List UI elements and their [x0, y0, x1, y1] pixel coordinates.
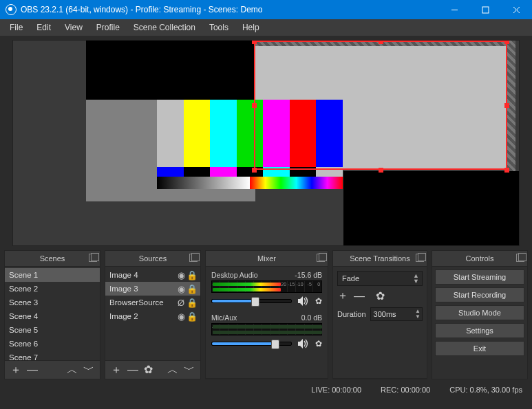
handle-tm[interactable]: [379, 40, 383, 44]
menu-bar: File Edit View Profile Scene Collection …: [0, 19, 532, 36]
add-source-icon[interactable]: ＋: [111, 364, 122, 375]
preview-container: [0, 36, 532, 250]
handle-tr[interactable]: [504, 40, 509, 44]
scene-item[interactable]: Scene 4: [5, 309, 100, 323]
add-transition-icon[interactable]: ＋: [337, 289, 348, 303]
scene-item[interactable]: Scene 6: [5, 337, 100, 351]
status-bar: LIVE: 00:00:00 REC: 00:00:00 CPU: 0.8%, …: [0, 382, 532, 397]
scene-item[interactable]: Scene 7: [5, 351, 100, 361]
menu-scene-collection[interactable]: Scene Collection: [127, 21, 202, 34]
remove-transition-icon[interactable]: —: [354, 290, 365, 302]
source-props-icon[interactable]: ✿: [144, 364, 153, 375]
gear-icon[interactable]: ✿: [315, 296, 322, 306]
sources-list[interactable]: Image 4◉🔒Image 3◉🔒BrowserSourceØ🔒Image 2…: [105, 266, 200, 361]
handle-tl[interactable]: [252, 40, 257, 44]
start-streaming-button[interactable]: Start Streaming: [435, 269, 524, 285]
speaker-icon[interactable]: [297, 296, 310, 307]
duration-spinbox[interactable]: 300ms ▲▼: [370, 307, 423, 321]
status-cpu: CPU: 0.8%, 30.00 fps: [449, 386, 522, 394]
transition-props-icon[interactable]: ✿: [376, 289, 385, 302]
menu-edit[interactable]: Edit: [30, 21, 58, 34]
preview-img-black-strip: [86, 41, 255, 100]
move-source-down-icon[interactable]: ﹀: [184, 364, 195, 375]
popout-icon[interactable]: [89, 254, 97, 262]
window-title: OBS 23.2.1 (64-bit, windows) - Profile: …: [21, 5, 439, 14]
status-live: LIVE: 00:00:00: [311, 386, 361, 394]
popout-icon[interactable]: [416, 254, 424, 262]
handle-bm[interactable]: [379, 168, 383, 173]
remove-source-icon[interactable]: —: [127, 364, 138, 375]
visibility-toggle-icon[interactable]: ◉: [175, 311, 187, 322]
move-source-up-icon[interactable]: ︿: [167, 364, 178, 375]
remove-scene-icon[interactable]: —: [27, 364, 38, 375]
handle-bl[interactable]: [252, 168, 257, 173]
start-recording-button[interactable]: Start Recording: [435, 287, 524, 302]
close-button[interactable]: [501, 0, 532, 19]
volume-slider[interactable]: [211, 299, 292, 303]
spin-arrows-icon: ▲▼: [415, 309, 421, 320]
volume-meter: -60-55-50-45-40-35-30-25-20-15-10-50: [211, 280, 322, 293]
mixer-channel: Mic/Aux0.0 dB-60-55-50-45-40-35-30-25-20…: [206, 311, 328, 353]
menu-profile[interactable]: Profile: [89, 21, 127, 34]
dock-scenes-title: Scenes: [40, 254, 65, 263]
menu-view[interactable]: View: [58, 21, 89, 34]
handle-br[interactable]: [504, 168, 509, 173]
source-item[interactable]: Image 3◉🔒: [105, 282, 200, 296]
scene-item[interactable]: Scene 2: [5, 282, 100, 296]
menu-file[interactable]: File: [3, 21, 30, 34]
preview-selection[interactable]: [254, 41, 507, 170]
studio-mode-button[interactable]: Studio Mode: [435, 305, 524, 320]
popout-icon[interactable]: [516, 254, 524, 262]
volume-slider[interactable]: [211, 342, 292, 346]
svg-rect-1: [482, 7, 489, 13]
exit-button[interactable]: Exit: [435, 341, 524, 356]
preview-canvas[interactable]: [12, 40, 520, 246]
move-scene-up-icon[interactable]: ︿: [67, 364, 78, 375]
scene-item[interactable]: Scene 3: [5, 296, 100, 309]
lock-toggle-icon[interactable]: 🔒: [187, 311, 198, 322]
popout-icon[interactable]: [189, 254, 198, 262]
speaker-icon[interactable]: [297, 338, 310, 349]
popout-icon[interactable]: [317, 254, 325, 262]
title-bar: OBS 23.2.1 (64-bit, windows) - Profile: …: [0, 0, 532, 19]
mixer-ch-name: Desktop Audio: [211, 271, 258, 279]
source-name: BrowserSource: [109, 298, 175, 307]
transition-select[interactable]: Fade ▲▼: [337, 271, 423, 286]
scene-item[interactable]: Scene 1: [5, 268, 100, 282]
move-scene-down-icon[interactable]: ﹀: [83, 364, 94, 375]
visibility-toggle-icon[interactable]: ◉: [175, 270, 187, 280]
docks-row: Scenes Scene 1Scene 2Scene 3Scene 4Scene…: [0, 250, 532, 382]
duration-label: Duration: [337, 310, 366, 318]
lock-toggle-icon[interactable]: 🔒: [187, 270, 198, 280]
handle-mr[interactable]: [504, 103, 509, 108]
mixer-ch-db: -15.6 dB: [295, 271, 322, 279]
app-logo-icon: [6, 4, 17, 15]
mixer-channel: Desktop Audio-15.6 dB-60-55-50-45-40-35-…: [206, 268, 328, 311]
gear-icon[interactable]: ✿: [315, 339, 322, 349]
mixer-body: Desktop Audio-15.6 dB-60-55-50-45-40-35-…: [206, 266, 328, 379]
mixer-ch-name: Mic/Aux: [211, 313, 237, 322]
source-item[interactable]: Image 4◉🔒: [105, 268, 200, 282]
maximize-button[interactable]: [470, 0, 501, 19]
menu-tools[interactable]: Tools: [202, 21, 235, 34]
visibility-toggle-icon[interactable]: ◉: [175, 284, 187, 294]
add-scene-icon[interactable]: ＋: [10, 364, 21, 375]
menu-help[interactable]: Help: [235, 21, 266, 34]
lock-toggle-icon[interactable]: 🔒: [187, 284, 198, 294]
lock-toggle-icon[interactable]: 🔒: [187, 298, 198, 308]
source-name: Image 2: [109, 312, 175, 320]
scene-item[interactable]: Scene 5: [5, 323, 100, 337]
dock-scenes: Scenes Scene 1Scene 2Scene 3Scene 4Scene…: [4, 250, 100, 379]
handle-ml[interactable]: [252, 103, 257, 108]
combo-arrows-icon: ▲▼: [413, 273, 419, 284]
settings-button[interactable]: Settings: [435, 323, 524, 338]
source-item[interactable]: Image 2◉🔒: [105, 309, 200, 323]
visibility-toggle-icon[interactable]: Ø: [175, 298, 187, 308]
minimize-button[interactable]: [439, 0, 470, 19]
dock-mixer-title: Mixer: [257, 254, 276, 263]
scenes-list[interactable]: Scene 1Scene 2Scene 3Scene 4Scene 5Scene…: [5, 266, 100, 361]
source-item[interactable]: BrowserSourceØ🔒: [105, 296, 200, 309]
source-name: Image 3: [109, 285, 175, 293]
dock-transitions-title: Scene Transitions: [350, 254, 409, 263]
dock-mixer: Mixer Desktop Audio-15.6 dB-60-55-50-45-…: [205, 250, 328, 379]
